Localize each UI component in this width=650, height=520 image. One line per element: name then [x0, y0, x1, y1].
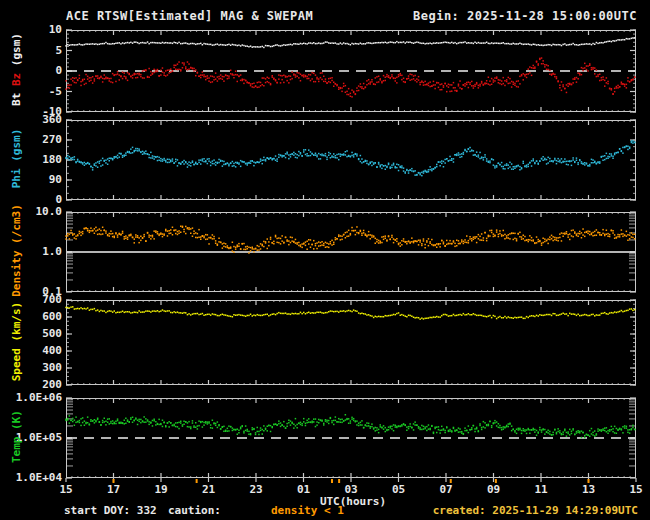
panel-speed-plot	[64, 299, 638, 386]
created-timestamp: created: 2025-11-29 14:29:09UTC	[433, 504, 638, 517]
x-axis-extras	[64, 478, 638, 487]
series-speed	[65, 306, 635, 320]
caution-label: caution:	[168, 504, 221, 517]
series-density	[65, 226, 635, 254]
begin-timestamp: Begin: 2025-11-28 15:00:00UTC	[413, 9, 637, 23]
y-axis-label-part: (gsm)	[10, 33, 23, 66]
series-temp	[65, 414, 635, 438]
y-axis-label-part: Phi (gsm)	[10, 129, 23, 189]
series-phi	[65, 140, 635, 176]
panel-temp-plot	[64, 397, 638, 479]
panel-phi-plot	[64, 119, 638, 201]
start-doy-label: start DOY: 332	[64, 504, 157, 517]
panel-density-plot	[64, 211, 638, 293]
series-bt	[65, 37, 635, 48]
y-axis-label-part: Temp (K)	[10, 410, 23, 463]
panel-bt-bz-plot	[64, 29, 638, 113]
page-title: ACE RTSW[Estimated] MAG & SWEPAM	[66, 9, 313, 23]
ace-rtsw-plot-window: ACE RTSW[Estimated] MAG & SWEPAM Begin: …	[0, 0, 650, 520]
caution-value: density < 1	[271, 504, 344, 517]
series-bz	[65, 57, 635, 97]
y-axis-label-temp: Temp (K)	[10, 367, 23, 507]
y-axis-label-part: Bz	[10, 66, 23, 86]
